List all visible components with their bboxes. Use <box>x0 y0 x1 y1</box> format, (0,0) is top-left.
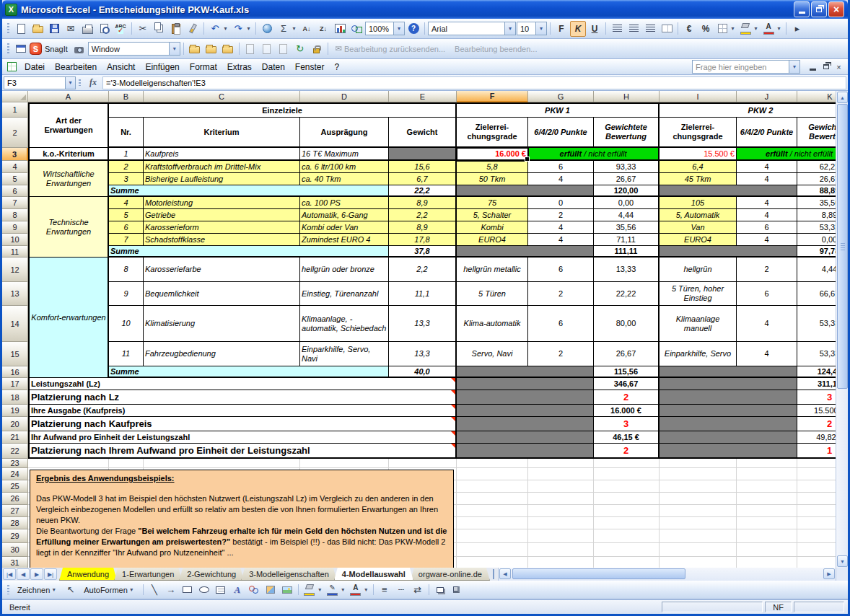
protect-button[interactable] <box>309 41 325 57</box>
row-header-15[interactable]: 15 <box>2 342 28 366</box>
cell-K23[interactable] <box>797 459 836 468</box>
select-all-corner[interactable] <box>2 91 28 102</box>
cell-I24[interactable] <box>660 468 737 480</box>
font-size-dropdown[interactable]: ▾ <box>535 22 546 35</box>
font-color-button[interactable]: A <box>761 21 776 37</box>
cell-I19[interactable] <box>660 405 797 417</box>
tab-4-modellauswahl[interactable]: 4-Modellauswahl <box>334 568 413 581</box>
cell-B12[interactable]: 8 <box>109 258 144 282</box>
cell-F10[interactable]: EURO4 <box>457 234 528 246</box>
cell-K31[interactable] <box>797 557 836 568</box>
cell-F17[interactable] <box>457 378 594 390</box>
cell-A21[interactable]: Ihr Aufwand pro Einheit der Leistungszah… <box>28 431 457 444</box>
cell-G28[interactable] <box>528 517 594 529</box>
cell-K28[interactable] <box>797 517 836 529</box>
cell-A20[interactable]: Platzierung nach Kaufpreis <box>28 417 457 431</box>
cell-J23[interactable] <box>737 459 797 468</box>
name-box-dropdown[interactable]: ▾ <box>65 77 75 89</box>
cell-E3[interactable] <box>389 148 457 161</box>
row-header-31[interactable]: 31 <box>2 557 28 568</box>
refresh-button[interactable]: ↻ <box>292 41 308 57</box>
previous-sheet-button[interactable]: ◀ <box>17 568 30 580</box>
cell-H25[interactable] <box>594 480 660 493</box>
autosum-dropdown[interactable]: ▾ <box>290 21 298 37</box>
chart-wizard-button[interactable] <box>332 21 348 37</box>
column-header-I[interactable]: I <box>660 91 737 102</box>
cell-F15[interactable]: Servo, Navi <box>457 342 528 366</box>
cell-B14[interactable]: 10 <box>109 306 144 342</box>
cell-K8[interactable]: 8,89 <box>797 209 836 221</box>
cell-K15[interactable]: 53,33 <box>797 342 836 366</box>
folder-button-3[interactable] <box>220 41 236 57</box>
column-header-G[interactable]: G <box>528 91 594 102</box>
row-header-11[interactable]: 11 <box>2 246 28 258</box>
cell-J7[interactable]: 4 <box>737 197 797 209</box>
cell-D13[interactable]: Einstieg, Türenanzahl <box>300 282 389 306</box>
cell-K6[interactable]: 88,89 <box>797 185 836 197</box>
capture-mode-combo[interactable]: Window ▾ <box>88 42 180 56</box>
row-header-17[interactable]: 17 <box>2 378 28 390</box>
cell-D3[interactable]: 16 T€ Maximum <box>300 148 389 161</box>
cell-E10[interactable]: 17,8 <box>389 234 457 246</box>
name-box[interactable]: F3 ▾ <box>4 76 76 89</box>
cell-I18[interactable] <box>660 390 797 405</box>
borders-dropdown[interactable]: ▾ <box>729 21 737 37</box>
cell-K16[interactable]: 124,45 <box>797 366 836 378</box>
vertical-scroll-thumb[interactable] <box>837 104 848 389</box>
cell-J3[interactable]: erfüllt / nicht erfüllt <box>737 148 836 161</box>
cell-I29[interactable] <box>660 529 737 543</box>
cell-A1[interactable]: Art der Erwartungen <box>28 102 109 148</box>
cell-H17[interactable]: 346,67 <box>594 378 660 390</box>
autoformen-menu-button[interactable]: AutoFormen ▾ <box>79 582 140 598</box>
cell-I7[interactable]: 105 <box>660 197 737 209</box>
cell-F27[interactable] <box>457 505 528 517</box>
cell-E11[interactable]: 37,8 <box>389 246 457 258</box>
cell-H10[interactable]: 71,11 <box>594 234 660 246</box>
zoom-dropdown[interactable]: ▾ <box>393 22 404 35</box>
percent-button[interactable]: % <box>698 21 714 37</box>
cell-F28[interactable] <box>457 517 528 529</box>
cell-C5[interactable]: Bisherige Laufleistung <box>144 173 300 185</box>
cell-C12[interactable]: Karosseriefarbe <box>144 258 300 282</box>
toolbar-options-chevron[interactable]: ▸ <box>789 21 805 37</box>
arrow-button[interactable]: → <box>163 582 179 598</box>
cell-F26[interactable] <box>457 493 528 505</box>
tab-3-modelleigenschaften[interactable]: 3-Modelleigenschaften <box>241 568 337 581</box>
menu-bearbeiten[interactable]: Bearbeiten <box>50 60 102 74</box>
diagram-button[interactable] <box>246 582 262 598</box>
cell-I14[interactable]: Klimaanlage manuell <box>660 306 737 342</box>
cell-I30[interactable] <box>660 543 737 557</box>
cell-F29[interactable] <box>457 529 528 543</box>
cell-I20[interactable] <box>660 417 797 431</box>
cell-K29[interactable] <box>797 529 836 543</box>
cell-F22[interactable] <box>457 444 594 459</box>
cell-K18[interactable]: 3 <box>797 390 836 405</box>
row-header-8[interactable]: 8 <box>2 209 28 221</box>
cell-C9[interactable]: Karosserieform <box>144 221 300 234</box>
row-header-24[interactable]: 24 <box>2 468 28 480</box>
cell-H29[interactable] <box>594 529 660 543</box>
cell-D4[interactable]: ca. 6 ltr/100 km <box>300 161 389 173</box>
cell-H14[interactable]: 80,00 <box>594 306 660 342</box>
oval-button[interactable] <box>196 582 212 598</box>
cell-I1[interactable]: PKW 2 <box>660 102 836 118</box>
clip-art-button[interactable] <box>263 582 279 598</box>
align-center-button[interactable] <box>626 21 641 37</box>
font-size-combo[interactable]: 10 ▾ <box>517 22 547 35</box>
vertical-scrollbar[interactable]: ▲ ▼ <box>836 91 848 568</box>
drawing-button[interactable] <box>349 21 364 37</box>
cell-K7[interactable]: 35,56 <box>797 197 836 209</box>
scroll-right-button[interactable]: ▶ <box>823 568 835 579</box>
cell-E16[interactable]: 40,0 <box>389 366 457 378</box>
cell-C3[interactable]: Kaufpreis <box>144 148 300 161</box>
cell-F4[interactable]: 5,8 <box>457 161 528 173</box>
row-header-20[interactable]: 20 <box>2 417 28 431</box>
cell-A19[interactable]: Ihre Ausgabe (Kaufpreis) <box>28 405 457 417</box>
cell-K21[interactable]: 49,82 € <box>797 431 836 444</box>
cell-B6[interactable]: Summe <box>109 185 389 197</box>
cell-G3[interactable]: erfüllt / nicht erfüllt <box>528 148 660 161</box>
column-header-D[interactable]: D <box>300 91 389 102</box>
cell-H9[interactable]: 35,56 <box>594 221 660 234</box>
cell-F7[interactable]: 75 <box>457 197 528 209</box>
email-button[interactable]: ✉ <box>63 21 79 37</box>
